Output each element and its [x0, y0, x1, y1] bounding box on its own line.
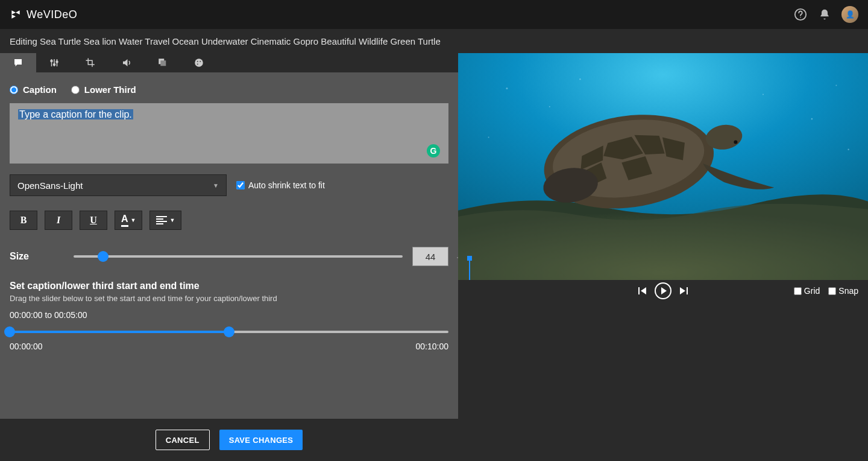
svg-point-31 — [549, 106, 550, 107]
radio-caption-input[interactable] — [10, 86, 18, 94]
svg-point-11 — [197, 61, 198, 62]
svg-point-36 — [488, 136, 489, 138]
bell-icon[interactable] — [817, 7, 832, 22]
skip-back-button[interactable] — [638, 286, 647, 296]
timing-max-label: 00:10:00 — [416, 342, 449, 351]
footer-actions: CANCEL SAVE CHANGES — [0, 419, 458, 461]
radio-caption[interactable]: Caption — [10, 84, 57, 95]
svg-rect-9 — [160, 60, 166, 66]
bold-button[interactable]: B — [10, 211, 37, 230]
auto-shrink-checkbox[interactable]: Auto shrink text to fit — [236, 180, 325, 190]
radio-caption-label: Caption — [23, 84, 57, 95]
help-icon[interactable] — [793, 7, 808, 22]
chevron-down-icon: ▼ — [131, 217, 136, 223]
preview-image — [458, 53, 868, 280]
tab-caption[interactable] — [0, 53, 36, 72]
svg-point-28 — [734, 140, 737, 144]
cancel-button[interactable]: CANCEL — [156, 430, 210, 450]
radio-lower-third[interactable]: Lower Third — [71, 84, 136, 95]
skip-back-icon — [638, 286, 647, 296]
snap-label: Snap — [838, 286, 858, 296]
save-button[interactable]: SAVE CHANGES — [219, 430, 303, 450]
timing-hint: Drag the slider below to set the start a… — [10, 294, 448, 303]
underline-button[interactable]: U — [80, 211, 107, 230]
caption-textarea[interactable]: Type a caption for the clip. G — [10, 103, 448, 164]
text-color-button[interactable]: A▼ — [115, 211, 142, 230]
project-title: Editing Sea Turtle Sea lion Water Travel… — [10, 36, 441, 46]
chevron-down-icon: ▼ — [169, 217, 175, 223]
svg-point-34 — [811, 118, 813, 120]
tab-audio[interactable] — [108, 53, 145, 72]
timing-min-label: 00:00:00 — [10, 342, 43, 351]
playhead-marker[interactable] — [469, 258, 470, 280]
skip-forward-button[interactable] — [679, 286, 688, 296]
tab-effects[interactable] — [181, 53, 217, 72]
svg-point-1 — [800, 17, 800, 17]
grid-checkbox[interactable]: Grid — [794, 286, 820, 296]
timing-slider-end-thumb[interactable] — [224, 326, 234, 337]
snap-checkbox-input[interactable] — [828, 287, 836, 295]
radio-lower-third-input[interactable] — [71, 86, 80, 94]
svg-point-35 — [835, 84, 837, 86]
grid-label: Grid — [804, 286, 820, 296]
brand-logo[interactable]: WeVIDeO — [10, 8, 77, 21]
logo-icon — [10, 8, 22, 21]
user-avatar[interactable]: 👤 — [841, 6, 858, 23]
svg-point-6 — [54, 64, 55, 66]
video-preview[interactable] — [458, 53, 868, 280]
auto-shrink-label: Auto shrink text to fit — [248, 180, 325, 190]
play-icon — [661, 287, 667, 294]
speaker-icon — [121, 57, 132, 68]
radio-lower-third-label: Lower Third — [84, 84, 136, 95]
grammarly-icon[interactable]: G — [427, 144, 440, 157]
auto-shrink-input[interactable] — [236, 181, 245, 189]
editor-panel: Caption Lower Third Type a caption for t… — [0, 53, 458, 461]
editor-tabs — [0, 53, 458, 72]
size-label: Size — [10, 251, 64, 262]
svg-point-32 — [579, 78, 580, 80]
svg-point-7 — [56, 61, 58, 63]
chevron-down-icon: ▼ — [213, 182, 219, 189]
timing-heading: Set caption/lower third start and end ti… — [10, 281, 448, 291]
top-bar: WeVIDeO 👤 — [0, 0, 868, 29]
sliders-icon — [49, 57, 60, 68]
playback-controls: Grid Snap — [458, 280, 868, 302]
size-slider-thumb[interactable] — [98, 251, 108, 262]
svg-point-10 — [195, 59, 203, 67]
align-button[interactable]: ▼ — [149, 211, 181, 230]
play-button[interactable] — [655, 282, 671, 299]
tab-layers[interactable] — [145, 53, 181, 72]
speech-bubble-icon — [13, 57, 24, 68]
timing-slider-start-thumb[interactable] — [4, 326, 15, 337]
project-title-bar: Editing Sea Turtle Sea lion Water Travel… — [0, 29, 868, 53]
svg-rect-39 — [687, 287, 688, 294]
size-slider[interactable] — [74, 250, 403, 262]
align-left-icon — [156, 216, 167, 224]
svg-point-30 — [506, 87, 508, 89]
grid-checkbox-input[interactable] — [794, 287, 802, 295]
tab-adjust[interactable] — [36, 53, 72, 72]
italic-button[interactable]: I — [45, 211, 72, 230]
snap-checkbox[interactable]: Snap — [828, 286, 858, 296]
svg-point-13 — [197, 63, 198, 65]
svg-point-5 — [51, 60, 52, 62]
timing-range-text: 00:00:00 to 00:05:00 — [10, 310, 448, 320]
font-select[interactable]: OpenSans-Light ▼ — [10, 174, 227, 196]
font-select-value: OpenSans-Light — [17, 180, 83, 191]
tab-crop[interactable] — [72, 53, 108, 72]
layers-icon — [157, 57, 168, 68]
svg-point-37 — [848, 148, 849, 150]
preview-panel: ⋮ — [458, 53, 868, 461]
timing-slider[interactable] — [10, 326, 448, 338]
skip-forward-icon — [679, 286, 688, 296]
svg-rect-38 — [638, 287, 640, 294]
size-input[interactable] — [412, 247, 448, 266]
caption-placeholder: Type a caption for the clip. — [18, 109, 133, 119]
crop-icon — [85, 57, 96, 68]
svg-point-33 — [763, 94, 764, 95]
palette-icon — [193, 57, 204, 68]
brand-name: WeVIDeO — [27, 8, 77, 21]
svg-point-12 — [200, 61, 201, 62]
